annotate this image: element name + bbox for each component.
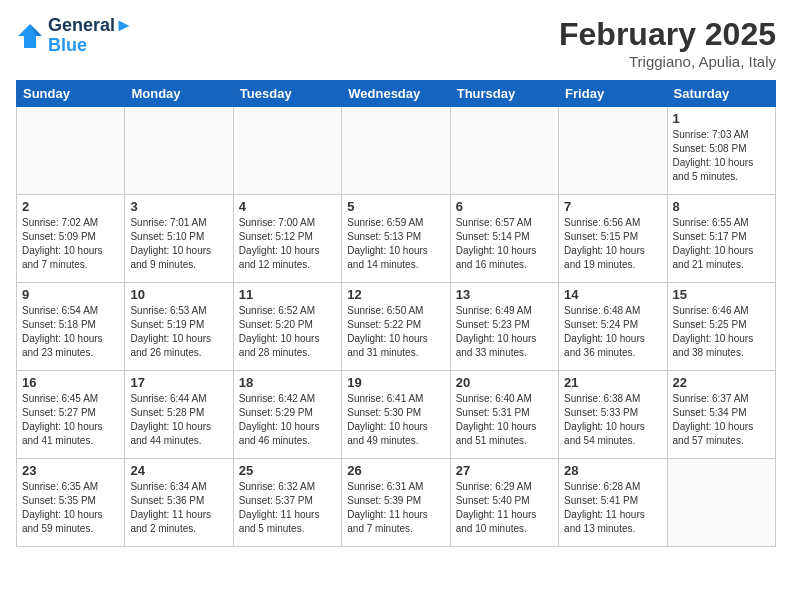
calendar-cell: 22Sunrise: 6:37 AM Sunset: 5:34 PM Dayli… bbox=[667, 371, 775, 459]
day-info: Sunrise: 6:37 AM Sunset: 5:34 PM Dayligh… bbox=[673, 392, 770, 448]
day-number: 5 bbox=[347, 199, 444, 214]
day-info: Sunrise: 6:40 AM Sunset: 5:31 PM Dayligh… bbox=[456, 392, 553, 448]
day-number: 27 bbox=[456, 463, 553, 478]
day-number: 19 bbox=[347, 375, 444, 390]
calendar-cell bbox=[342, 107, 450, 195]
day-info: Sunrise: 6:52 AM Sunset: 5:20 PM Dayligh… bbox=[239, 304, 336, 360]
day-info: Sunrise: 6:38 AM Sunset: 5:33 PM Dayligh… bbox=[564, 392, 661, 448]
calendar-cell: 15Sunrise: 6:46 AM Sunset: 5:25 PM Dayli… bbox=[667, 283, 775, 371]
day-info: Sunrise: 6:56 AM Sunset: 5:15 PM Dayligh… bbox=[564, 216, 661, 272]
weekday-header-monday: Monday bbox=[125, 81, 233, 107]
weekday-header-sunday: Sunday bbox=[17, 81, 125, 107]
day-number: 9 bbox=[22, 287, 119, 302]
calendar-cell: 26Sunrise: 6:31 AM Sunset: 5:39 PM Dayli… bbox=[342, 459, 450, 547]
day-info: Sunrise: 6:28 AM Sunset: 5:41 PM Dayligh… bbox=[564, 480, 661, 536]
logo-text: General► Blue bbox=[48, 16, 133, 56]
calendar-cell: 16Sunrise: 6:45 AM Sunset: 5:27 PM Dayli… bbox=[17, 371, 125, 459]
day-info: Sunrise: 6:29 AM Sunset: 5:40 PM Dayligh… bbox=[456, 480, 553, 536]
day-number: 22 bbox=[673, 375, 770, 390]
day-number: 11 bbox=[239, 287, 336, 302]
day-info: Sunrise: 6:34 AM Sunset: 5:36 PM Dayligh… bbox=[130, 480, 227, 536]
calendar-cell: 5Sunrise: 6:59 AM Sunset: 5:13 PM Daylig… bbox=[342, 195, 450, 283]
day-number: 26 bbox=[347, 463, 444, 478]
logo-icon bbox=[16, 22, 44, 50]
calendar-cell: 24Sunrise: 6:34 AM Sunset: 5:36 PM Dayli… bbox=[125, 459, 233, 547]
day-number: 25 bbox=[239, 463, 336, 478]
weekday-header-friday: Friday bbox=[559, 81, 667, 107]
day-number: 7 bbox=[564, 199, 661, 214]
calendar-cell: 10Sunrise: 6:53 AM Sunset: 5:19 PM Dayli… bbox=[125, 283, 233, 371]
weekday-header-thursday: Thursday bbox=[450, 81, 558, 107]
day-info: Sunrise: 6:50 AM Sunset: 5:22 PM Dayligh… bbox=[347, 304, 444, 360]
day-info: Sunrise: 6:42 AM Sunset: 5:29 PM Dayligh… bbox=[239, 392, 336, 448]
calendar-cell: 21Sunrise: 6:38 AM Sunset: 5:33 PM Dayli… bbox=[559, 371, 667, 459]
title-block: February 2025 Triggiano, Apulia, Italy bbox=[559, 16, 776, 70]
day-info: Sunrise: 6:48 AM Sunset: 5:24 PM Dayligh… bbox=[564, 304, 661, 360]
calendar-cell: 28Sunrise: 6:28 AM Sunset: 5:41 PM Dayli… bbox=[559, 459, 667, 547]
calendar-cell: 14Sunrise: 6:48 AM Sunset: 5:24 PM Dayli… bbox=[559, 283, 667, 371]
day-info: Sunrise: 6:59 AM Sunset: 5:13 PM Dayligh… bbox=[347, 216, 444, 272]
calendar-cell: 3Sunrise: 7:01 AM Sunset: 5:10 PM Daylig… bbox=[125, 195, 233, 283]
day-number: 6 bbox=[456, 199, 553, 214]
day-number: 3 bbox=[130, 199, 227, 214]
day-info: Sunrise: 6:53 AM Sunset: 5:19 PM Dayligh… bbox=[130, 304, 227, 360]
day-info: Sunrise: 6:32 AM Sunset: 5:37 PM Dayligh… bbox=[239, 480, 336, 536]
day-info: Sunrise: 6:46 AM Sunset: 5:25 PM Dayligh… bbox=[673, 304, 770, 360]
day-info: Sunrise: 7:03 AM Sunset: 5:08 PM Dayligh… bbox=[673, 128, 770, 184]
day-info: Sunrise: 6:44 AM Sunset: 5:28 PM Dayligh… bbox=[130, 392, 227, 448]
calendar-cell: 8Sunrise: 6:55 AM Sunset: 5:17 PM Daylig… bbox=[667, 195, 775, 283]
day-info: Sunrise: 7:00 AM Sunset: 5:12 PM Dayligh… bbox=[239, 216, 336, 272]
day-number: 28 bbox=[564, 463, 661, 478]
day-info: Sunrise: 6:45 AM Sunset: 5:27 PM Dayligh… bbox=[22, 392, 119, 448]
calendar-cell: 13Sunrise: 6:49 AM Sunset: 5:23 PM Dayli… bbox=[450, 283, 558, 371]
day-info: Sunrise: 6:54 AM Sunset: 5:18 PM Dayligh… bbox=[22, 304, 119, 360]
day-number: 10 bbox=[130, 287, 227, 302]
day-number: 4 bbox=[239, 199, 336, 214]
location: Triggiano, Apulia, Italy bbox=[559, 53, 776, 70]
calendar-cell: 27Sunrise: 6:29 AM Sunset: 5:40 PM Dayli… bbox=[450, 459, 558, 547]
calendar-cell bbox=[559, 107, 667, 195]
weekday-header-wednesday: Wednesday bbox=[342, 81, 450, 107]
day-number: 12 bbox=[347, 287, 444, 302]
day-number: 13 bbox=[456, 287, 553, 302]
day-info: Sunrise: 6:41 AM Sunset: 5:30 PM Dayligh… bbox=[347, 392, 444, 448]
day-number: 24 bbox=[130, 463, 227, 478]
day-number: 1 bbox=[673, 111, 770, 126]
day-info: Sunrise: 6:57 AM Sunset: 5:14 PM Dayligh… bbox=[456, 216, 553, 272]
day-number: 15 bbox=[673, 287, 770, 302]
day-number: 21 bbox=[564, 375, 661, 390]
day-number: 8 bbox=[673, 199, 770, 214]
calendar-cell: 17Sunrise: 6:44 AM Sunset: 5:28 PM Dayli… bbox=[125, 371, 233, 459]
calendar-page: General► Blue February 2025 Triggiano, A… bbox=[0, 0, 792, 612]
calendar-table: SundayMondayTuesdayWednesdayThursdayFrid… bbox=[16, 80, 776, 547]
day-info: Sunrise: 6:49 AM Sunset: 5:23 PM Dayligh… bbox=[456, 304, 553, 360]
day-number: 23 bbox=[22, 463, 119, 478]
day-number: 20 bbox=[456, 375, 553, 390]
day-info: Sunrise: 7:02 AM Sunset: 5:09 PM Dayligh… bbox=[22, 216, 119, 272]
calendar-cell: 7Sunrise: 6:56 AM Sunset: 5:15 PM Daylig… bbox=[559, 195, 667, 283]
day-number: 17 bbox=[130, 375, 227, 390]
calendar-cell: 23Sunrise: 6:35 AM Sunset: 5:35 PM Dayli… bbox=[17, 459, 125, 547]
day-number: 2 bbox=[22, 199, 119, 214]
day-number: 14 bbox=[564, 287, 661, 302]
calendar-cell: 25Sunrise: 6:32 AM Sunset: 5:37 PM Dayli… bbox=[233, 459, 341, 547]
calendar-cell bbox=[233, 107, 341, 195]
day-number: 18 bbox=[239, 375, 336, 390]
calendar-cell: 11Sunrise: 6:52 AM Sunset: 5:20 PM Dayli… bbox=[233, 283, 341, 371]
day-number: 16 bbox=[22, 375, 119, 390]
calendar-cell: 1Sunrise: 7:03 AM Sunset: 5:08 PM Daylig… bbox=[667, 107, 775, 195]
weekday-header-saturday: Saturday bbox=[667, 81, 775, 107]
calendar-cell: 20Sunrise: 6:40 AM Sunset: 5:31 PM Dayli… bbox=[450, 371, 558, 459]
day-info: Sunrise: 6:31 AM Sunset: 5:39 PM Dayligh… bbox=[347, 480, 444, 536]
day-info: Sunrise: 6:35 AM Sunset: 5:35 PM Dayligh… bbox=[22, 480, 119, 536]
weekday-header-tuesday: Tuesday bbox=[233, 81, 341, 107]
calendar-cell: 19Sunrise: 6:41 AM Sunset: 5:30 PM Dayli… bbox=[342, 371, 450, 459]
calendar-cell: 18Sunrise: 6:42 AM Sunset: 5:29 PM Dayli… bbox=[233, 371, 341, 459]
calendar-cell: 6Sunrise: 6:57 AM Sunset: 5:14 PM Daylig… bbox=[450, 195, 558, 283]
calendar-cell bbox=[667, 459, 775, 547]
calendar-cell bbox=[125, 107, 233, 195]
day-info: Sunrise: 6:55 AM Sunset: 5:17 PM Dayligh… bbox=[673, 216, 770, 272]
header: General► Blue February 2025 Triggiano, A… bbox=[16, 16, 776, 70]
calendar-cell bbox=[450, 107, 558, 195]
calendar-cell: 9Sunrise: 6:54 AM Sunset: 5:18 PM Daylig… bbox=[17, 283, 125, 371]
